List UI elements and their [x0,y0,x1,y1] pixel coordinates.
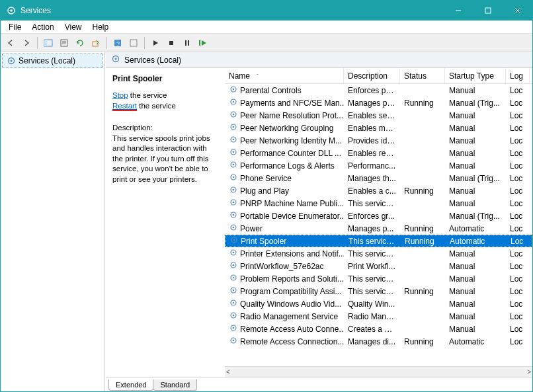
service-row[interactable]: Portable Device Enumerator...Enforces gr… [225,210,532,222]
service-row[interactable]: Peer Name Resolution Prot...Enables serv… [225,109,532,122]
service-name: Parental Controls [240,86,302,95]
show-hide-tree-button[interactable] [41,36,56,50]
service-row[interactable]: Phone ServiceManages th...Manual (Trig..… [225,172,532,184]
properties-button[interactable] [57,36,71,50]
forward-button[interactable] [19,36,34,50]
gear-icon [229,298,238,309]
back-button[interactable] [3,36,18,50]
list-body[interactable]: Parental ControlsEnforces pa...ManualLoc… [225,84,532,366]
service-startup-type: Manual [445,262,506,271]
service-log-on-as: Loc [506,186,530,196]
service-row[interactable]: Plug and PlayEnables a c...RunningManual… [225,184,532,197]
right-pane-title: Services (Local) [124,56,181,65]
service-startup-type: Automatic [445,224,506,233]
service-description: Manages di... [344,337,400,346]
refresh-button[interactable] [73,36,87,50]
service-row[interactable]: Radio Management ServiceRadio Mana...Man… [225,310,532,323]
minimize-button[interactable] [443,1,473,20]
menu-action[interactable]: Action [26,21,59,33]
service-row[interactable]: Remote Access Auto Conne...Creates a co.… [225,323,532,335]
service-log-on-as: Loc [506,312,530,321]
service-status: Running [400,98,445,108]
gear-icon [229,185,238,196]
column-startup-type[interactable]: Startup Type [445,68,506,83]
tab-standard[interactable]: Standard [153,379,197,391]
service-row[interactable]: Printer Extensions and Notif...This serv… [225,247,532,260]
service-name: PNRP Machine Name Publi... [240,199,344,208]
help-button[interactable]: ? [110,36,125,50]
service-row[interactable]: Problem Reports and Soluti...This servic… [225,272,532,285]
menu-help[interactable]: Help [87,21,114,33]
service-startup-type: Manual [445,161,506,171]
service-log-on-as: Loc [506,212,530,221]
column-name[interactable]: Nameˆ [225,68,344,83]
service-log-on-as: Loc [506,111,530,120]
svg-rect-3 [485,8,491,13]
svg-point-20 [11,60,13,62]
service-log-on-as: Loc [506,149,530,158]
menu-file[interactable]: File [3,21,26,33]
column-log-on-as[interactable]: Log [506,68,530,83]
service-description: Enables serv... [344,111,400,120]
menu-view[interactable]: View [60,21,87,33]
gear-icon [229,210,238,221]
service-startup-type: Manual (Trig... [445,212,506,221]
column-status[interactable]: Status [400,68,445,83]
service-description: Manages p... [344,224,400,233]
service-row[interactable]: PowerManages p...RunningAutomaticLoc [225,222,532,235]
service-row[interactable]: PrintWorkflow_57e62acPrint Workfl...Manu… [225,260,532,272]
h-scrollbar[interactable]: <> [225,366,532,377]
service-name: PrintWorkflow_57e62ac [240,262,324,271]
service-description: Enables a c... [344,186,400,196]
service-description: Radio Mana... [344,312,400,321]
restart-service-button[interactable] [196,36,210,50]
service-row[interactable]: Program Compatibility Assi...This servic… [225,285,532,297]
service-startup-type: Manual [445,86,506,95]
service-description: Enforces pa... [344,86,400,95]
service-row[interactable]: Payments and NFC/SE Man...Manages pa...R… [225,97,532,109]
service-row[interactable]: Performance Logs & AlertsPerformanc...Ma… [225,159,532,172]
service-row[interactable]: Remote Access Connection...Manages di...… [225,335,532,348]
service-name: Performance Counter DLL ... [240,149,341,158]
svg-point-1 [10,9,13,12]
gear-icon [229,85,238,96]
export-button[interactable] [89,36,103,50]
svg-point-28 [233,114,235,116]
service-row[interactable]: Performance Counter DLL ...Enables rem..… [225,147,532,159]
help2-button[interactable] [126,36,141,50]
service-description: Manages th... [344,174,400,183]
sort-asc-icon: ˆ [257,73,259,79]
service-description: This service ... [344,199,400,208]
service-startup-type: Manual [445,249,506,258]
detail-pane: Print Spooler Stop the service Restart t… [106,68,225,377]
service-name: Peer Name Resolution Prot... [240,111,343,120]
column-description[interactable]: Description [344,68,400,83]
service-description: Enforces gr... [344,212,400,221]
service-startup-type: Manual [445,111,506,120]
service-log-on-as: Loc [507,237,530,246]
stop-service-button[interactable] [164,36,179,50]
start-service-button[interactable] [148,36,163,50]
right-pane-header: Services (Local) [106,52,532,68]
stop-service-link[interactable]: Stop [112,91,128,99]
service-row[interactable]: Quality Windows Audio Vid...Quality Win.… [225,297,532,310]
svg-point-46 [233,227,235,229]
svg-rect-18 [199,40,200,46]
service-row[interactable]: Print SpoolerThis service ...RunningAuto… [225,235,532,247]
service-row[interactable]: Peer Networking Identity M...Provides id… [225,134,532,147]
service-row[interactable]: PNRP Machine Name Publi...This service .… [225,197,532,210]
pause-service-button[interactable] [180,36,194,50]
service-name: Portable Device Enumerator... [240,212,344,221]
gear-icon [229,110,238,121]
restart-service-line: Restart the service [112,101,218,112]
service-row[interactable]: Parental ControlsEnforces pa...ManualLoc [225,84,532,97]
tab-extended[interactable]: Extended [108,379,153,391]
svg-text:?: ? [116,40,120,47]
maximize-button[interactable] [473,1,503,20]
service-description: Quality Win... [344,299,400,309]
restart-service-link[interactable]: Restart [112,102,137,111]
service-row[interactable]: Peer Networking GroupingEnables mul...Ma… [225,122,532,134]
tree-root-services-local[interactable]: Services (Local) [2,54,103,68]
service-startup-type: Manual [445,312,506,321]
close-button[interactable] [503,1,532,20]
